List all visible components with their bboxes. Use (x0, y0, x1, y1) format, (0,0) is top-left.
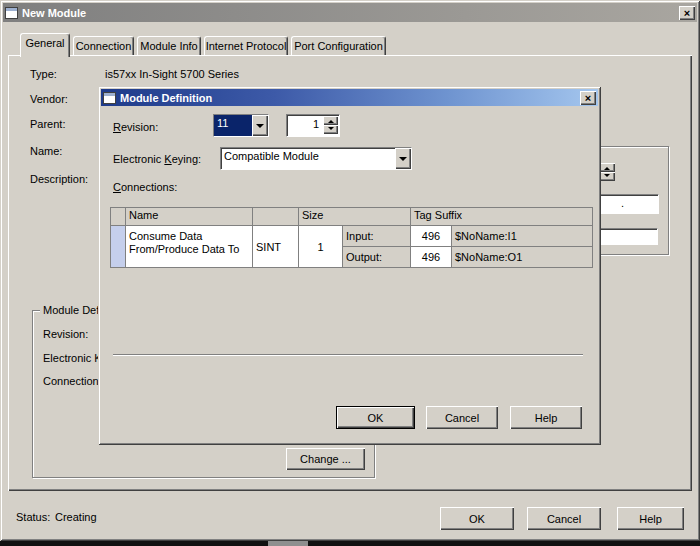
background-strip-notch (268, 541, 308, 546)
chevron-down-icon[interactable] (395, 148, 411, 169)
input-size-cell[interactable]: 496 (411, 226, 451, 246)
ok-button[interactable]: OK (440, 507, 514, 530)
separator (113, 354, 583, 356)
groupbox-connection-label: Connection (43, 375, 99, 387)
type-value: is57xx In-Sight 5700 Series (105, 68, 239, 80)
groupbox-keying-label: Electronic K (43, 352, 102, 364)
dialog-icon (103, 92, 116, 104)
tab-internet-protocol[interactable]: Internet Protocol (204, 36, 288, 55)
type-label: Type: (30, 68, 57, 80)
revision-minor-spinner[interactable]: 1 (286, 114, 340, 137)
window-close-icon[interactable]: × (679, 6, 695, 20)
spin-up-icon[interactable] (323, 116, 338, 125)
electronic-keying-combo[interactable]: Compatible Module (220, 147, 412, 170)
tag-count-cell[interactable]: 1 (299, 226, 342, 267)
tab-module-info[interactable]: Module Info (137, 36, 201, 55)
electronic-keying-label: Electronic Keying: (113, 153, 201, 165)
data-type-cell[interactable]: SINT (253, 226, 298, 267)
status-value: Creating (55, 511, 97, 523)
window-title: New Module (22, 7, 86, 19)
revision-minor-value: 1 (313, 118, 319, 130)
row-selector[interactable] (111, 226, 125, 267)
groupbox-revision-label: Revision: (43, 328, 88, 340)
revision-major-value: 11 (214, 115, 252, 136)
window-icon (5, 7, 18, 19)
dialog-titlebar[interactable]: Module Definition × (101, 89, 598, 106)
header-tag-suffix: Tag Suffix (411, 208, 592, 225)
tab-connection[interactable]: Connection (73, 36, 134, 55)
status-label: Status: (16, 511, 50, 523)
help-button[interactable]: Help (617, 507, 684, 530)
header-size: Size (299, 208, 410, 225)
vendor-label: Vendor: (30, 93, 68, 105)
chevron-down-icon[interactable] (252, 115, 268, 136)
dialog-cancel-button[interactable]: Cancel (426, 406, 498, 429)
tab-general[interactable]: General (20, 33, 70, 57)
revision-major-combo[interactable]: 11 (213, 114, 269, 137)
tab-port-configuration[interactable]: Port Configuration (291, 36, 386, 55)
dialog-help-button[interactable]: Help (510, 406, 582, 429)
connection-name-cell[interactable]: Consume DataFrom/Produce Data To (126, 226, 252, 267)
name-label: Name: (30, 145, 62, 157)
dialog-title: Module Definition (120, 92, 212, 104)
header-blank (253, 208, 298, 225)
spin-down-icon[interactable] (323, 125, 338, 134)
header-name: Name (126, 208, 252, 225)
revision-label: Revision: (113, 121, 158, 133)
output-label-cell: Output: (343, 247, 410, 267)
input-label-cell: Input: (343, 226, 410, 246)
dialog-ok-button[interactable]: OK (336, 406, 415, 429)
background-strip (0, 541, 700, 546)
parent-label: Parent: (30, 118, 65, 130)
electronic-keying-value: Compatible Module (221, 148, 395, 169)
connections-table: Name Size Tag Suffix Consume DataFrom/Pr… (110, 207, 593, 268)
module-definition-dialog: Module Definition × Revision: 11 1 Elect… (98, 86, 601, 445)
dialog-close-icon[interactable]: × (580, 91, 596, 105)
output-tag-cell: $NoName:O1 (452, 247, 592, 267)
output-size-cell[interactable]: 496 (411, 247, 451, 267)
change-button[interactable]: Change ... (286, 448, 365, 470)
window-titlebar[interactable]: New Module × (3, 3, 697, 22)
input-tag-cell: $NoName:I1 (452, 226, 592, 246)
description-label: Description: (30, 173, 88, 185)
connections-label: Connections: (113, 181, 177, 193)
cancel-button[interactable]: Cancel (527, 507, 601, 530)
header-selector-cell (111, 208, 125, 225)
groupbox-title: Module Defi (40, 304, 105, 316)
